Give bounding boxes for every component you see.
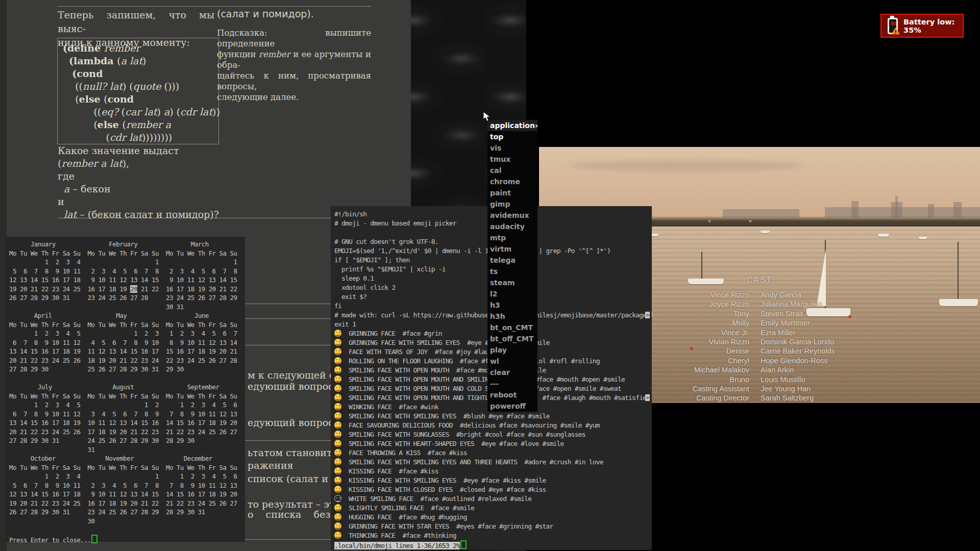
dmenu-launcher[interactable]: application»« topvistmuxcalchromepaintgi…	[487, 120, 537, 412]
dmenu-item-virtm[interactable]: virtm	[487, 243, 537, 255]
battery-level	[891, 21, 896, 26]
terminal-line: 31	[9, 445, 245, 455]
emoji-icon	[334, 458, 341, 465]
document-answer: (салат и помидор).	[217, 7, 371, 20]
cast-actor: Emily Mortimer	[761, 319, 932, 328]
today-highlight: 20	[130, 285, 137, 293]
emoji-icon	[334, 504, 341, 511]
emoji-row: FACE SAVOURING DELICIOUS FOOD #delicious…	[334, 421, 650, 430]
calendar-terminal-window[interactable]: January February MarchMo Tu We Th Fr Sa …	[5, 237, 245, 542]
battery-notification[interactable]: ! Battery low: 35%	[880, 14, 964, 38]
emoji-icon	[334, 532, 341, 539]
emoji-icon	[334, 486, 341, 493]
emoji-icon	[334, 357, 341, 364]
terminal-line: April May June	[9, 311, 245, 320]
skyline-tower	[891, 202, 902, 217]
calendar-output: January February MarchMo Tu We Th Fr Sa …	[9, 240, 245, 543]
dmenu-item-avidemux[interactable]: avidemux	[487, 210, 537, 221]
boat	[761, 231, 770, 233]
skyline-tower	[953, 202, 962, 217]
dmenu-item-poweroff[interactable]: poweroff	[487, 400, 537, 412]
emoji-row: KISSING FACE WITH CLOSED EYES #closed #e…	[334, 485, 650, 494]
dmenu-item----[interactable]: ---	[487, 378, 537, 389]
dmenu-prompt: application»«	[487, 120, 537, 131]
emoji-icon	[334, 449, 341, 456]
emoji-icon	[334, 431, 341, 438]
dmenu-item-mtp[interactable]: mtp	[487, 232, 537, 243]
dmenu-item-ts[interactable]: ts	[487, 266, 537, 277]
emoji-row: SMILING FACE WITH SMILING EYES #blush #e…	[334, 412, 650, 421]
dmenu-item-h3h[interactable]: h3h	[487, 311, 537, 322]
terminal-line: 1 2 3 4 1 1 2 3 4 5 6	[9, 472, 245, 481]
dmenu-item-audacity[interactable]: audacity	[487, 221, 537, 232]
emoji-row: SMILING FACE WITH HEART-SHAPED EYES #eye…	[334, 439, 650, 448]
document-fragment: едующий вопрос.	[248, 381, 337, 392]
emoji-row: GRINNING FACE WITH STAR EYES #eyes #face…	[334, 522, 650, 531]
terminal-line: 27 28 29 30 25 26 27 28 29 30 31 29 30	[9, 365, 245, 374]
emoji-row: SMILING FACE WITH SUNGLASSES #bright #co…	[334, 430, 650, 439]
shore-light	[749, 220, 751, 222]
dmenu-item-cal[interactable]: cal	[487, 165, 537, 176]
document-right-column: (салат и помидор). Подсказка: выпишите о…	[217, 7, 371, 103]
dmenu-item-l2[interactable]: l2	[487, 288, 537, 299]
emoji-row: WHITE SMILING FACE #face #outlined #rela…	[334, 494, 650, 504]
terminal-line: January February March	[9, 240, 245, 249]
table-rule	[58, 6, 371, 7]
terminal-line: 5 6 7 8 9 10 11 2 3 4 5 6 7 8 2 3 4 5 6 …	[9, 267, 245, 276]
dmenu-item-gimp[interactable]: gimp	[487, 198, 537, 210]
sailboat-hull	[939, 299, 978, 306]
terminal-line: Mo Tu We Th Fr Sa Su Mo Tu We Th Fr Sa S…	[9, 392, 245, 401]
emoji-icon	[334, 339, 341, 346]
dmenu-item-bt_off_CMT[interactable]: bt_off_CMT	[487, 333, 537, 344]
notification-text: Battery low: 35%	[903, 18, 963, 34]
dmenu-item-chrome[interactable]: chrome	[487, 176, 537, 187]
terminal-line: 27 28 29 30 31 24 25 26 27 28 29 30 28 2…	[9, 436, 245, 445]
cast-actor: Alan Arkin	[761, 366, 932, 375]
shore-light	[708, 220, 710, 222]
emoji-icon	[334, 385, 341, 392]
dmenu-item-tmux[interactable]: tmux	[487, 154, 537, 165]
document-hint: Подсказка: выпишите определениефункции r…	[217, 28, 371, 103]
terminal-cursor	[91, 535, 97, 543]
pager-status-line: .local/bin/dmoji lines 1-36/1653 2%	[334, 540, 652, 550]
dmenu-item-reboot[interactable]: reboot	[487, 389, 537, 400]
document-fragment: едующий вопрос.	[248, 417, 337, 428]
cast-actor: Julianna Margulies	[761, 300, 932, 309]
dmenu-item-steam[interactable]: steam	[487, 277, 537, 288]
dmenu-item-wl[interactable]: wl	[487, 356, 537, 367]
terminal-line: 1 2 3 4 5 1 2 3 1 2 3 4 5 6 7	[9, 329, 245, 338]
dmenu-item-telega[interactable]: telega	[487, 255, 537, 266]
terminal-line: 12 13 14 15 16 17 18 9 10 11 12 13 14 15…	[9, 276, 245, 285]
emoji-icon	[334, 394, 341, 401]
emoji-icon	[334, 477, 341, 484]
emoji-row: KISSING FACE #face #kiss	[334, 467, 650, 476]
terminal-line: Mo Tu We Th Fr Sa Su Mo Tu We Th Fr Sa S…	[9, 463, 245, 472]
terminal-line: 12 13 14 15 16 17 18 9 10 11 12 13 14 15…	[9, 490, 245, 499]
terminal-line: 6 7 8 9 10 11 12 4 5 6 7 8 9 10 8 9 10 1…	[9, 338, 245, 347]
boat	[919, 237, 927, 239]
document-fragment: ьтатом становитс	[248, 447, 337, 458]
cast-actor: Jee Young Han	[761, 385, 932, 394]
line-truncated-marker: >	[645, 394, 650, 401]
dmenu-item-h3[interactable]: h3	[487, 299, 537, 311]
terminal-line	[9, 525, 245, 535]
emoji-row: SLIGHTLY SMILING FACE #face #smile	[334, 504, 650, 513]
emoji-icon	[334, 522, 341, 530]
dmenu-item-play[interactable]: play	[487, 344, 537, 356]
battery-warning-icon: !	[888, 18, 898, 34]
dmenu-item-vis[interactable]: vis	[487, 142, 537, 154]
dmenu-item-paint[interactable]: paint	[487, 187, 537, 198]
dmenu-item-clear[interactable]: clear	[487, 367, 537, 378]
terminal-line: 19 20 21 22 23 24 25 16 17 18 19 20 21 2…	[9, 499, 245, 508]
dmenu-item-bt_on_CMT[interactable]: bt_on_CMT	[487, 322, 537, 333]
terminal-line: 1 2 3 4 5 1 2 1 2 3 4 5 6	[9, 400, 245, 410]
dmenu-item-top[interactable]: top	[487, 131, 537, 142]
document-fragment: о списка без	[248, 509, 331, 520]
cast-actor: Steven Strait	[761, 310, 932, 319]
cloud	[570, 160, 804, 171]
scheme-code-box: (define rember (lambda (a lat) (cond ((n…	[57, 38, 219, 144]
terminal-line: 19 20 21 22 23 24 25 16 17 18 19 20 21 2…	[9, 285, 245, 294]
emoji-icon	[334, 513, 341, 520]
emoji-row: THINKING FACE #face #thinking	[334, 531, 650, 540]
document-fragment: то результат – это	[248, 498, 340, 510]
